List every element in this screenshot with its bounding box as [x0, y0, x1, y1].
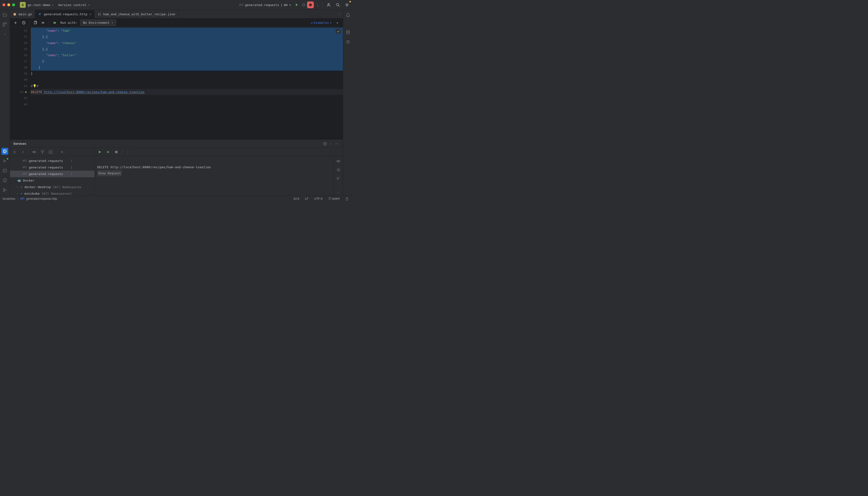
- debug-button[interactable]: [300, 1, 307, 8]
- minimize-icon[interactable]: —: [334, 141, 340, 147]
- project-icon[interactable]: [1, 11, 8, 18]
- breadcrumb-root[interactable]: Scratches: [2, 197, 15, 201]
- project-name[interactable]: go-rest-demo: [28, 3, 50, 7]
- code-line[interactable]: },{: [31, 46, 343, 52]
- run-all-button[interactable]: [52, 20, 58, 26]
- code-line[interactable]: }: [31, 71, 343, 77]
- run-configuration-selector[interactable]: API generated-requests | #4 ▾: [239, 3, 291, 7]
- code-line[interactable]: ]: [31, 64, 343, 71]
- response-output[interactable]: DELETE http://localhost:8080/recipes/ham…: [95, 156, 333, 196]
- coverage-icon[interactable]: [345, 38, 351, 45]
- code-editor[interactable]: 32333435363738394041424344 "name": "ham"…: [10, 27, 343, 139]
- inspection-checkmark-icon[interactable]: [336, 29, 341, 33]
- chevron-down-icon[interactable]: ▾: [52, 3, 54, 7]
- stop-icon[interactable]: [114, 149, 119, 155]
- examples-link[interactable]: ★ Examples ▾: [311, 21, 332, 25]
- environment-select[interactable]: No Environment ▾: [80, 20, 116, 26]
- search-icon[interactable]: [334, 1, 341, 8]
- lock-icon[interactable]: [344, 197, 350, 201]
- run-tool-icon[interactable]: [1, 158, 8, 164]
- target-icon[interactable]: [322, 141, 328, 147]
- more-icon[interactable]: ⋮: [336, 10, 343, 18]
- line-gutter: 32333435363738394041424344: [10, 27, 31, 139]
- services-tree-docker[interactable]: 🐳 Docker: [10, 177, 95, 184]
- services-panel: Services ⋮ — ✕: [10, 139, 343, 196]
- notifications-icon[interactable]: [345, 11, 351, 18]
- problems-icon[interactable]: [1, 177, 8, 184]
- code-line[interactable]: "name": "ham": [31, 28, 343, 34]
- more-horizontal-icon[interactable]: ⋯: [1, 31, 8, 37]
- services-tree-context[interactable]: ›⎈ docker-desktop [All Namespaces: [10, 184, 95, 190]
- tab-generated-requests[interactable]: AP generated-requests.http ✕: [35, 10, 95, 18]
- svg-point-18: [3, 188, 4, 189]
- database-icon[interactable]: [345, 29, 351, 36]
- tab-main-go[interactable]: 🐹 main.go: [10, 10, 35, 18]
- code-line[interactable]: DELETE http://localhost:8080/recipes/ham…: [31, 89, 343, 95]
- chevron-right-icon[interactable]: ›: [16, 185, 18, 189]
- project-badge[interactable]: G: [20, 2, 26, 8]
- terminal-icon[interactable]: [1, 167, 8, 174]
- services-tree-context[interactable]: ›⎈ minikube [All Namespaces]: [10, 190, 95, 196]
- git-icon[interactable]: [1, 187, 8, 193]
- services-tree-toolbar: ✕: [10, 148, 95, 156]
- cursor-position[interactable]: 42:8: [291, 197, 301, 201]
- minimize-icon[interactable]: [7, 3, 10, 6]
- services-tree-request[interactable]: API generated-requests |: [10, 171, 95, 177]
- chevron-down-icon[interactable]: ▾: [88, 3, 90, 7]
- chevron-right-icon[interactable]: ›: [16, 192, 18, 196]
- stop-button[interactable]: [307, 1, 314, 8]
- add-icon[interactable]: [59, 149, 65, 155]
- breadcrumb-file[interactable]: generated-requests.http: [26, 197, 57, 201]
- structure-icon[interactable]: [1, 21, 8, 28]
- close-icon[interactable]: ✕: [20, 149, 26, 155]
- close-icon[interactable]: ✕: [90, 12, 91, 16]
- chevron-down-icon: ▾: [289, 3, 291, 7]
- copy-icon[interactable]: [32, 20, 38, 26]
- code-area[interactable]: "name": "ham" },{ "name": "cheese" },{ "…: [31, 27, 343, 139]
- eye-icon[interactable]: [335, 158, 342, 164]
- eye-icon[interactable]: [32, 149, 37, 155]
- encoding[interactable]: UTF-8: [312, 197, 325, 201]
- code-line[interactable]: "name": "cheese": [31, 40, 343, 46]
- close-icon[interactable]: [2, 3, 5, 6]
- run-line-icon[interactable]: [25, 91, 27, 93]
- blank-line: [97, 182, 331, 188]
- more-icon[interactable]: ⋮: [328, 141, 334, 147]
- indent[interactable]: ⓘ space: [327, 197, 342, 201]
- soft-wrap-icon[interactable]: [335, 167, 342, 173]
- more-icon[interactable]: ⋮: [125, 149, 130, 155]
- group-icon[interactable]: [48, 149, 53, 155]
- services-icon[interactable]: [1, 148, 8, 155]
- code-line[interactable]: }: [31, 58, 343, 64]
- request-line: DELETE http://localhost:8080/recipes/ham…: [97, 164, 331, 170]
- code-line[interactable]: },{: [31, 34, 343, 40]
- version-control-menu[interactable]: Version control: [58, 3, 86, 7]
- code-line[interactable]: #💡#: [31, 83, 343, 89]
- code-line[interactable]: [31, 101, 343, 107]
- more-icon[interactable]: ⋮: [314, 1, 320, 8]
- debug-icon[interactable]: [106, 149, 111, 155]
- run-button[interactable]: [97, 149, 102, 155]
- code-line[interactable]: "name": "butter": [31, 52, 343, 58]
- show-request-button[interactable]: Show Request: [97, 170, 331, 176]
- services-tree[interactable]: API generated-requests |API generated-re…: [10, 156, 95, 196]
- code-line[interactable]: [31, 77, 343, 83]
- ai-sparkle-icon[interactable]: ✦: [335, 20, 340, 26]
- code-with-me-icon[interactable]: [325, 1, 332, 8]
- chevron-right-icon[interactable]: ›: [335, 189, 342, 196]
- services-tree-request[interactable]: API generated-requests |: [10, 158, 95, 164]
- import-icon[interactable]: [41, 20, 46, 26]
- settings-icon[interactable]: [344, 1, 350, 8]
- run-button[interactable]: [294, 1, 300, 8]
- services-tree-request[interactable]: API generated-requests |: [10, 164, 95, 171]
- code-line[interactable]: [31, 95, 343, 101]
- add-icon[interactable]: [13, 20, 18, 26]
- line-ending[interactable]: LF: [303, 197, 311, 201]
- tab-recipe-json[interactable]: {} ham_and_cheese_with_butter_recipe.jso…: [95, 10, 178, 18]
- maximize-icon[interactable]: [12, 3, 15, 6]
- expand-collapse-icon[interactable]: [12, 149, 17, 155]
- history-icon[interactable]: [21, 20, 27, 26]
- scroll-to-end-icon[interactable]: [335, 175, 342, 182]
- tab-label: generated-requests.http: [44, 12, 88, 16]
- filter-icon[interactable]: [40, 149, 45, 155]
